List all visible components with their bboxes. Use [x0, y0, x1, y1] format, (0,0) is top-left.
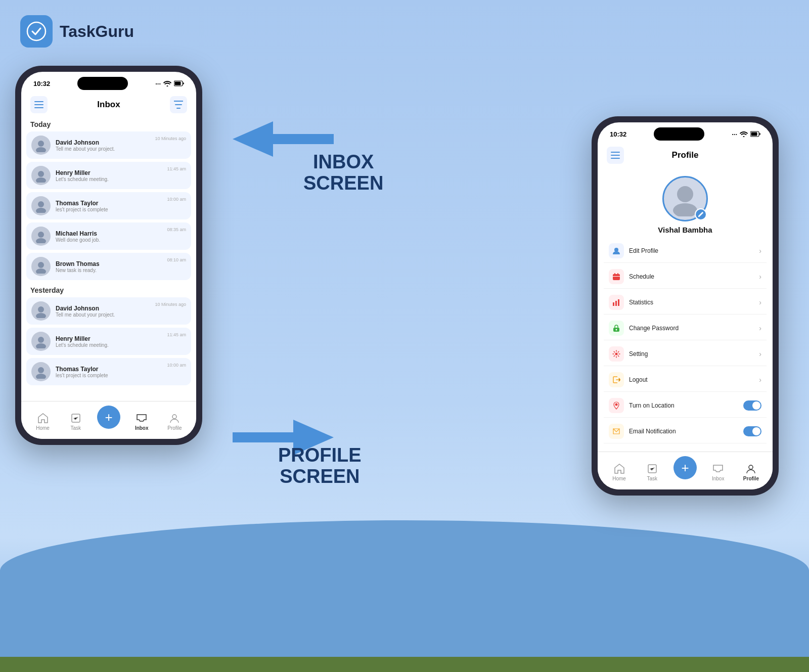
svg-point-21 [36, 343, 46, 348]
menu-location[interactable]: Turn on Location [604, 394, 767, 418]
message-body: David Johnson Tell me about your project… [56, 139, 150, 152]
message-item[interactable]: Michael Harris Well done good job. 08:35… [26, 222, 191, 250]
svg-rect-30 [611, 158, 620, 159]
chevron-icon: › [759, 273, 761, 281]
nav-profile[interactable]: Profile [735, 463, 768, 481]
profile-username: Vishal Bambha [658, 226, 712, 234]
profile-phone-inner: 10:32 ··· Profile [598, 122, 773, 489]
svg-point-14 [38, 232, 44, 238]
statistics-icon [612, 298, 620, 306]
svg-rect-29 [611, 155, 620, 156]
svg-rect-35 [614, 273, 615, 275]
profile-icon [745, 463, 756, 474]
nav-inbox[interactable]: Inbox [125, 413, 158, 431]
location-icon [612, 401, 620, 410]
inbox-icon [712, 463, 724, 474]
avatar [31, 257, 51, 276]
setting-icon [612, 350, 620, 358]
menu-schedule[interactable]: Schedule › [604, 265, 767, 289]
message-item[interactable]: Thomas Taylor les't project is complete … [26, 358, 191, 385]
inbox-phone: 10:32 ··· Inbox Today [15, 66, 202, 445]
menu-change-password[interactable]: Change Password › [604, 317, 767, 340]
menu-statistics[interactable]: Statistics › [604, 291, 767, 315]
home-icon [614, 463, 625, 474]
inbox-scroll-area[interactable]: Today David Johnson Tell me about your p… [21, 118, 196, 415]
setting-icon-box [609, 346, 624, 362]
task-icon [70, 413, 81, 424]
fab-button[interactable]: + [673, 456, 697, 479]
profile-status-icons: ··· [732, 130, 760, 138]
nav-task[interactable]: Task [636, 463, 668, 481]
menu-email-notification[interactable]: Email Notification [604, 420, 767, 443]
profile-menu: Edit Profile › Schedule › Statistics › [598, 239, 773, 443]
svg-point-33 [614, 248, 618, 252]
menu-logout[interactable]: Logout › [604, 368, 767, 392]
avatar [31, 332, 51, 351]
svg-point-9 [36, 147, 46, 152]
svg-point-44 [615, 404, 618, 406]
chevron-icon: › [759, 298, 761, 306]
profile-title: Profile [624, 150, 746, 160]
app-logo [20, 15, 53, 48]
message-item[interactable]: Henry Miller Let's schedule meeting. 11:… [26, 328, 191, 355]
today-label: Today [21, 118, 196, 131]
edit-profile-label: Edit Profile [629, 247, 754, 254]
profile-bottom-nav: Home Task + Inbox Profile [598, 452, 773, 489]
inbox-status-bar: 10:32 ··· [21, 72, 196, 92]
battery-icon [750, 131, 760, 137]
nav-fab[interactable]: + [668, 456, 701, 481]
nav-profile[interactable]: Profile [158, 413, 191, 431]
statistics-icon-box [609, 295, 624, 310]
nav-inbox[interactable]: Inbox [702, 463, 735, 481]
nav-fab[interactable]: + [92, 406, 125, 431]
message-item[interactable]: Thomas Taylor les't project is complete … [26, 192, 191, 219]
avatar [31, 227, 51, 246]
location-toggle[interactable] [743, 400, 761, 411]
message-item[interactable]: Henry Miller Let's schedule meeting. 11:… [26, 162, 191, 189]
message-item[interactable]: David Johnson Tell me about your project… [26, 297, 191, 325]
svg-point-19 [36, 313, 46, 318]
svg-point-23 [36, 374, 46, 379]
message-item[interactable]: Brown Thomas New task is ready. 08:10 am [26, 253, 191, 280]
chevron-icon: › [759, 247, 761, 255]
bottom-bar [0, 657, 809, 672]
logout-label: Logout [629, 376, 754, 383]
svg-point-17 [36, 268, 46, 274]
message-body: Thomas Taylor les't project is complete [56, 200, 162, 212]
nav-task[interactable]: Task [59, 413, 92, 431]
inbox-screen-header: Inbox [21, 92, 196, 118]
svg-point-42 [616, 329, 617, 331]
setting-label: Setting [629, 350, 754, 357]
nav-home[interactable]: Home [26, 413, 59, 431]
inbox-screen-label: INBOX SCREEN [303, 152, 383, 194]
menu-edit-profile[interactable]: Edit Profile › [604, 239, 767, 263]
app-title: TaskGuru [60, 22, 134, 41]
message-item[interactable]: David Johnson Tell me about your project… [26, 131, 191, 159]
menu-icon [611, 152, 620, 159]
edit-profile-icon-box [609, 243, 624, 258]
inbox-filter-button[interactable] [170, 96, 187, 113]
filter-icon [174, 101, 183, 109]
fab-button[interactable]: + [97, 406, 120, 429]
nav-home[interactable]: Home [603, 463, 636, 481]
chevron-icon: › [759, 376, 761, 384]
location-label: Turn on Location [629, 402, 738, 409]
inbox-menu-button[interactable] [30, 96, 48, 113]
message-body: Brown Thomas New task is ready. [56, 260, 162, 273]
yesterday-label: Yesterday [21, 284, 196, 297]
profile-menu-button[interactable] [607, 147, 624, 164]
svg-point-11 [36, 177, 46, 183]
avatar [31, 301, 51, 321]
statistics-label: Statistics [629, 299, 754, 306]
email-notification-toggle[interactable] [743, 426, 761, 436]
profile-dynamic-island [654, 127, 704, 141]
message-body: Henry Miller Let's schedule meeting. [56, 169, 162, 182]
wifi-icon [740, 131, 748, 137]
inbox-title: Inbox [48, 100, 170, 110]
profile-avatar-area: Vishal Bambha [598, 169, 773, 239]
edit-avatar-button[interactable] [695, 208, 707, 220]
svg-point-12 [38, 201, 44, 207]
message-body: Henry Miller Let's schedule meeting. [56, 335, 162, 348]
menu-setting[interactable]: Setting › [604, 342, 767, 366]
svg-point-16 [38, 262, 44, 268]
